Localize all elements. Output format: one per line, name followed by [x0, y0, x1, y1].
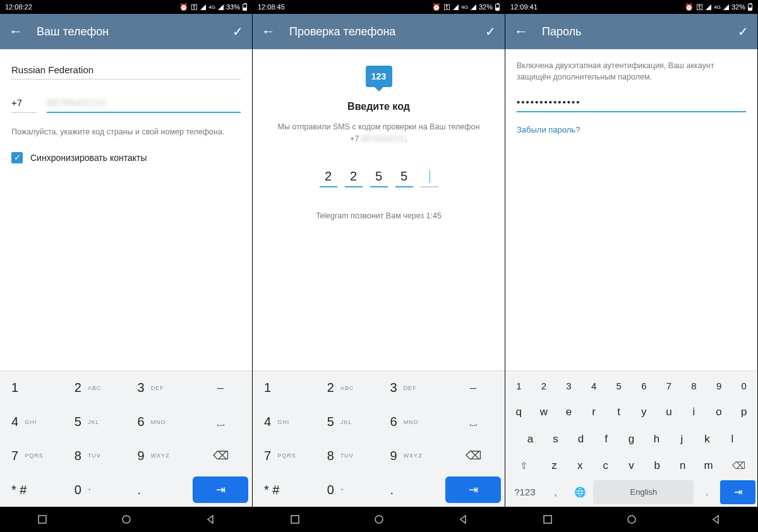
comma-key[interactable]: , — [544, 480, 567, 504]
country-select[interactable]: Russian Federation — [11, 61, 241, 80]
keypad-key-9[interactable]: 9WXYZ — [379, 439, 442, 473]
key-n[interactable]: n — [671, 454, 695, 478]
keypad-key-8[interactable]: 8TUV — [63, 439, 126, 473]
keypad-op-key[interactable]: – — [189, 371, 252, 405]
key-r[interactable]: r — [582, 400, 606, 424]
forgot-password-link[interactable]: Забыли пароль? — [517, 125, 746, 134]
confirm-button[interactable]: ✓ — [738, 24, 749, 39]
key-1[interactable]: 1 — [507, 374, 531, 398]
checkbox-checked-icon[interactable]: ✓ — [11, 152, 23, 163]
key-z[interactable]: z — [543, 454, 567, 478]
key-f[interactable]: f — [594, 427, 618, 451]
nav-recent-button[interactable] — [36, 513, 49, 526]
keypad-key-4[interactable]: 4GHI — [253, 405, 316, 439]
key-w[interactable]: w — [532, 400, 556, 424]
keypad-key-6[interactable]: 6MNO — [379, 405, 442, 439]
confirm-button[interactable]: ✓ — [232, 24, 243, 39]
code-digit-2[interactable]: 2 — [345, 169, 363, 187]
key-8[interactable]: 8 — [682, 374, 706, 398]
keypad-op-key[interactable]: ⌫ — [189, 439, 252, 473]
keypad-key-4[interactable]: 4GHI — [0, 405, 63, 439]
keypad-key-2[interactable]: 2ABC — [316, 371, 379, 405]
code-input-row[interactable]: 2 2 5 5 — [320, 169, 438, 187]
shift-key[interactable]: ⇧ — [507, 454, 541, 478]
nav-back-button[interactable] — [709, 513, 722, 526]
key-4[interactable]: 4 — [582, 374, 606, 398]
key-t[interactable]: t — [607, 400, 630, 424]
keypad-op-key[interactable]: ⌫ — [442, 439, 505, 473]
key-k[interactable]: k — [695, 427, 719, 451]
key-g[interactable]: g — [620, 427, 643, 451]
key-h[interactable]: h — [645, 427, 668, 451]
key-c[interactable]: c — [594, 454, 618, 478]
keypad-key-0[interactable]: 0+ — [316, 473, 379, 507]
back-button[interactable]: ← — [262, 23, 275, 40]
code-digit-1[interactable]: 2 — [320, 169, 337, 187]
key-7[interactable]: 7 — [658, 374, 681, 398]
key-v[interactable]: v — [620, 454, 644, 478]
nav-back-button[interactable] — [457, 513, 469, 526]
nav-recent-button[interactable] — [289, 513, 301, 526]
keypad-key-1[interactable]: 1 — [0, 371, 63, 405]
keypad-op-key[interactable]: – — [442, 371, 505, 405]
confirm-button[interactable]: ✓ — [485, 24, 496, 39]
back-button[interactable]: ← — [514, 23, 528, 40]
keypad-key-1[interactable]: 1 — [253, 371, 316, 405]
keypad-op-key[interactable]: ⎵ — [189, 405, 252, 439]
key-q[interactable]: q — [507, 400, 531, 424]
keypad-key-[interactable]: . — [126, 473, 190, 507]
key-3[interactable]: 3 — [557, 374, 581, 398]
key-o[interactable]: o — [707, 400, 731, 424]
key-b[interactable]: b — [645, 454, 669, 478]
keypad-key-[interactable]: . — [379, 473, 442, 507]
key-l[interactable]: l — [721, 427, 744, 451]
symbols-key[interactable]: ?123 — [507, 480, 543, 504]
nav-recent-button[interactable] — [541, 513, 554, 526]
code-digit-5[interactable] — [421, 169, 438, 187]
key-x[interactable]: x — [568, 454, 592, 478]
key-s[interactable]: s — [544, 427, 567, 451]
space-key[interactable]: English — [593, 480, 694, 504]
globe-key[interactable]: 🌐 — [569, 480, 592, 504]
key-9[interactable]: 9 — [707, 374, 731, 398]
key-d[interactable]: d — [569, 427, 593, 451]
keypad-enter-key[interactable]: ⇥ — [193, 476, 248, 503]
key-e[interactable]: e — [557, 400, 581, 424]
keypad-key-[interactable]: * # — [253, 473, 316, 507]
key-j[interactable]: j — [670, 427, 694, 451]
key-5[interactable]: 5 — [607, 374, 630, 398]
key-6[interactable]: 6 — [632, 374, 656, 398]
key-m[interactable]: m — [697, 454, 721, 478]
keypad-key-2[interactable]: 2ABC — [63, 371, 126, 405]
password-input[interactable]: •••••••••••••• — [517, 93, 746, 112]
key-u[interactable]: u — [658, 400, 681, 424]
keypad-key-0[interactable]: 0+ — [63, 473, 126, 507]
backspace-key[interactable]: ⌫ — [722, 454, 755, 478]
nav-home-button[interactable] — [373, 513, 385, 526]
period-key[interactable]: . — [695, 480, 718, 504]
nav-home-button[interactable] — [120, 513, 133, 526]
keypad-key-6[interactable]: 6MNO — [126, 405, 190, 439]
key-0[interactable]: 0 — [732, 374, 755, 398]
keypad-key-9[interactable]: 9WXYZ — [126, 439, 190, 473]
code-digit-4[interactable]: 5 — [395, 169, 413, 187]
keypad-key-5[interactable]: 5JKL — [316, 405, 379, 439]
country-code-input[interactable]: +7 — [11, 93, 37, 113]
keypad-key-7[interactable]: 7PQRS — [0, 439, 63, 473]
keypad-op-key[interactable]: ⎵ — [442, 405, 505, 439]
key-2[interactable]: 2 — [532, 374, 556, 398]
nav-home-button[interactable] — [625, 513, 638, 526]
keypad-key-3[interactable]: 3DEF — [379, 371, 442, 405]
keypad-key-5[interactable]: 5JKL — [63, 405, 126, 439]
key-a[interactable]: a — [519, 427, 542, 451]
key-y[interactable]: y — [632, 400, 656, 424]
key-p[interactable]: p — [732, 400, 755, 424]
enter-key[interactable]: ⇥ — [720, 480, 755, 504]
code-digit-3[interactable]: 5 — [370, 169, 388, 187]
nav-back-button[interactable] — [204, 513, 217, 526]
keypad-key-8[interactable]: 8TUV — [316, 439, 379, 473]
phone-number-input[interactable]: 9876543210 — [47, 93, 241, 113]
keypad-enter-key[interactable]: ⇥ — [445, 476, 501, 503]
keypad-key-3[interactable]: 3DEF — [126, 371, 190, 405]
sync-contacts-row[interactable]: ✓ Синхронизировать контакты — [11, 152, 241, 163]
